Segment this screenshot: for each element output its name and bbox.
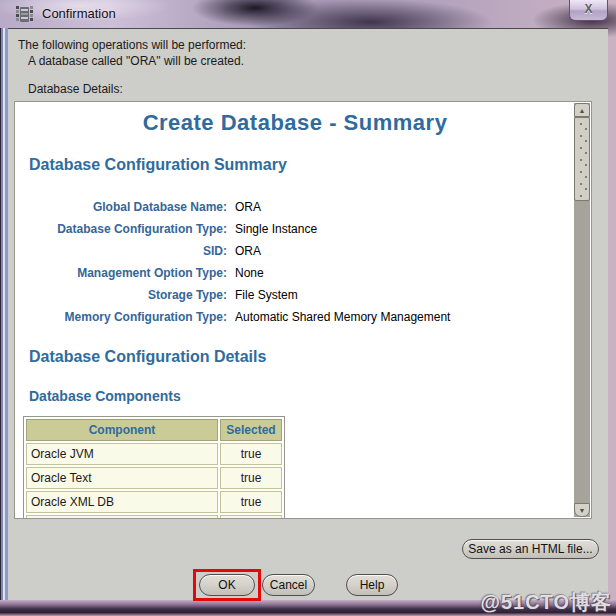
component-selected-cell: true bbox=[220, 443, 282, 465]
confirmation-dialog: Confirmation X The following operations … bbox=[0, 0, 616, 616]
component-name-cell bbox=[26, 515, 218, 519]
database-created-message: A database called "ORA" will be created. bbox=[28, 54, 244, 68]
field-label: Global Database Name: bbox=[15, 200, 227, 214]
field-global-database-name: Global Database Name: ORA bbox=[15, 196, 575, 218]
field-management-option-type: Management Option Type: None bbox=[15, 262, 575, 284]
field-value: ORA bbox=[235, 200, 261, 214]
field-label: SID: bbox=[15, 244, 227, 258]
field-storage-type: Storage Type: File System bbox=[15, 284, 575, 306]
field-memory-configuration-type: Memory Configuration Type: Automatic Sha… bbox=[15, 306, 575, 328]
dbca-dialog-icon bbox=[15, 5, 35, 24]
field-label: Memory Configuration Type: bbox=[15, 310, 227, 324]
column-header-component: Component bbox=[26, 419, 218, 441]
window-title: Confirmation bbox=[42, 6, 116, 21]
config-summary-heading: Database Configuration Summary bbox=[29, 156, 287, 174]
table-row: Oracle XML DB true bbox=[26, 491, 282, 513]
component-name-cell: Oracle JVM bbox=[26, 443, 218, 465]
title-bar[interactable]: Confirmation X bbox=[0, 0, 616, 28]
table-row: Oracle JVM true bbox=[26, 443, 282, 465]
table-header-row: Component Selected bbox=[26, 419, 282, 441]
column-header-selected: Selected bbox=[220, 419, 282, 441]
component-selected-cell: true bbox=[220, 491, 282, 513]
field-database-configuration-type: Database Configuration Type: Single Inst… bbox=[15, 218, 575, 240]
component-selected-cell bbox=[220, 515, 282, 519]
watermark: @51CTO博客 bbox=[480, 589, 612, 616]
field-label: Storage Type: bbox=[15, 288, 227, 302]
components-table: Component Selected Oracle JVM true Oracl… bbox=[23, 416, 285, 519]
scrollbar-thumb[interactable] bbox=[574, 117, 590, 201]
cancel-button[interactable]: Cancel bbox=[262, 574, 315, 596]
window-right-border bbox=[608, 28, 616, 600]
field-value: Single Instance bbox=[235, 222, 317, 236]
field-sid: SID: ORA bbox=[15, 240, 575, 262]
ok-button[interactable]: OK bbox=[199, 574, 255, 596]
close-icon: X bbox=[584, 2, 592, 16]
field-label: Management Option Type: bbox=[15, 266, 227, 280]
table-row-partial bbox=[26, 515, 282, 519]
summary-title: Create Database - Summary bbox=[15, 110, 575, 136]
close-button[interactable]: X bbox=[569, 0, 608, 21]
save-as-html-button[interactable]: Save as an HTML file... bbox=[462, 539, 599, 559]
config-details-heading: Database Configuration Details bbox=[29, 348, 266, 366]
component-selected-cell: true bbox=[220, 467, 282, 489]
field-value: ORA bbox=[235, 244, 261, 258]
components-heading: Database Components bbox=[29, 388, 181, 404]
field-value: None bbox=[235, 266, 264, 280]
component-name-cell: Oracle Text bbox=[26, 467, 218, 489]
field-label: Database Configuration Type: bbox=[15, 222, 227, 236]
window-left-border bbox=[0, 28, 8, 600]
component-name-cell: Oracle XML DB bbox=[26, 491, 218, 513]
field-value: File System bbox=[235, 288, 298, 302]
help-button[interactable]: Help bbox=[346, 574, 398, 596]
dialog-body: The following operations will be perform… bbox=[8, 28, 608, 600]
vertical-scrollbar[interactable]: ▲ ▼ bbox=[574, 103, 590, 517]
field-value: Automatic Shared Memory Management bbox=[235, 310, 450, 324]
summary-panel: Create Database - Summary Database Confi… bbox=[14, 101, 592, 519]
database-details-label: Database Details: bbox=[28, 82, 123, 96]
config-summary-fields: Global Database Name: ORA Database Confi… bbox=[15, 196, 575, 328]
scroll-up-icon[interactable]: ▲ bbox=[574, 103, 590, 117]
table-row: Oracle Text true bbox=[26, 467, 282, 489]
operations-message: The following operations will be perform… bbox=[18, 38, 246, 52]
scroll-down-icon[interactable]: ▼ bbox=[574, 503, 590, 517]
